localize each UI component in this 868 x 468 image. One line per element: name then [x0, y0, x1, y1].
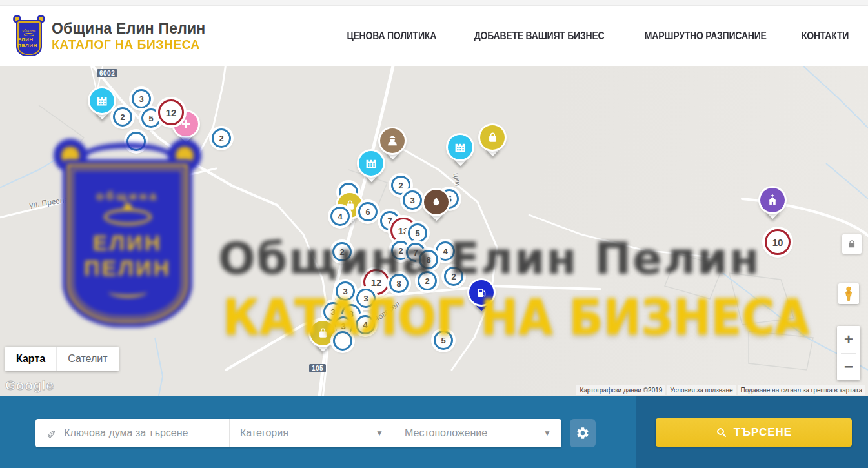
- cluster-marker[interactable]: 4: [436, 241, 455, 261]
- municipality-crest-icon: община ЕЛИН ПЕЛИН: [14, 16, 44, 56]
- factory-pin[interactable]: [359, 151, 383, 180]
- top-strip: [0, 0, 868, 6]
- gear-icon: [576, 426, 590, 440]
- search-icon: [716, 427, 727, 438]
- map-type-satellite-button[interactable]: Сателит: [56, 347, 118, 371]
- factory-pin[interactable]: [90, 88, 114, 117]
- brand-logo[interactable]: община ЕЛИН ПЕЛИН Община Елин Пелин КАТА…: [14, 16, 205, 56]
- flame-pin[interactable]: [424, 190, 449, 219]
- streetview-lock-button[interactable]: [842, 234, 862, 254]
- main-nav: ЦЕНОВА ПОЛИТИКА ДОБАВЕТЕ ВАШИЯТ БИЗНЕС М…: [341, 30, 852, 42]
- bag-pin[interactable]: [480, 125, 505, 154]
- road-shield: 6002: [97, 69, 117, 77]
- keyword-cell: ✎: [35, 419, 229, 447]
- category-select-label: Категория: [240, 427, 288, 439]
- road-shield: 105: [309, 364, 326, 372]
- cluster-marker[interactable]: 2: [444, 267, 463, 286]
- keyword-input[interactable]: [64, 427, 212, 439]
- cluster-marker[interactable]: 10: [765, 229, 791, 255]
- category-select[interactable]: Категория ▼: [229, 419, 394, 447]
- search-button[interactable]: ТЪРСЕНЕ: [656, 418, 852, 447]
- search-input-group: ✎ Категория ▼ Местоположение ▼: [35, 419, 561, 447]
- map-attribution: Картографски данни ©2019 Условия за полз…: [576, 385, 865, 395]
- cluster-marker[interactable]: 2: [212, 128, 231, 148]
- chevron-down-icon: ▼: [376, 429, 383, 438]
- cluster-marker[interactable]: 6: [358, 202, 378, 221]
- crest-ornament: [24, 33, 34, 36]
- cluster-marker[interactable]: 8: [389, 274, 409, 293]
- nav-item-add-business[interactable]: ДОБАВЕТЕ ВАШИЯТ БИЗНЕС: [474, 30, 605, 42]
- cluster-marker[interactable]: 2: [113, 107, 132, 127]
- site-subtitle: КАТАЛОГ НА БИЗНЕСА: [52, 37, 201, 52]
- nav-item-pricing[interactable]: ЦЕНОВА ПОЛИТИКА: [347, 30, 436, 42]
- advanced-settings-button[interactable]: [570, 419, 596, 447]
- search-bar: ✎ Категория ▼ Местоположение ▼ ТЪРСЕНЕ: [0, 396, 868, 468]
- site-title: Община Елин Пелин: [52, 20, 205, 37]
- pegman-icon: [843, 286, 854, 301]
- location-select[interactable]: Местоположение ▼: [394, 419, 561, 447]
- cluster-marker[interactable]: 5: [434, 331, 453, 350]
- chevron-down-icon: ▼: [543, 429, 551, 438]
- zoom-in-button[interactable]: +: [837, 326, 860, 353]
- cluster-marker[interactable]: 3: [403, 190, 422, 210]
- church-pin[interactable]: [760, 188, 785, 217]
- cluster-marker[interactable]: [333, 331, 352, 351]
- search-button-label: ТЪРСЕНЕ: [734, 426, 792, 439]
- cluster-marker[interactable]: 5: [408, 223, 427, 243]
- crest-top-text: община: [22, 28, 35, 32]
- location-select-label: Местоположение: [405, 427, 487, 439]
- map-canvas[interactable]: 3251222356471351022784221283338435 60021…: [0, 66, 868, 396]
- cluster-marker[interactable]: [126, 132, 146, 151]
- pegman-button[interactable]: [838, 283, 859, 304]
- cluster-marker[interactable]: 3: [336, 281, 355, 301]
- attribution-report-link[interactable]: Подаване на сигнал за грешка в картата: [738, 385, 865, 395]
- factory-pin[interactable]: [448, 135, 472, 164]
- nav-item-contacts[interactable]: КОНТАКТИ: [802, 30, 849, 42]
- cluster-marker[interactable]: 2: [332, 242, 352, 261]
- map-type-control: Карта Сателит: [5, 347, 119, 371]
- fuel-pin[interactable]: [469, 280, 494, 309]
- pencil-icon: ✎: [47, 427, 56, 440]
- nav-item-route-schedule[interactable]: МАРШРУТНО РАЗПИСАНИЕ: [645, 30, 767, 42]
- crest-name-text: ЕЛИН ПЕЛИН: [17, 37, 41, 48]
- cluster-marker[interactable]: 8: [419, 250, 438, 269]
- attribution-data: Картографски данни ©2019: [576, 385, 665, 395]
- map-type-map-button[interactable]: Карта: [5, 347, 56, 371]
- google-logo[interactable]: Google: [5, 378, 54, 393]
- lock-icon: [847, 239, 856, 249]
- header: община ЕЛИН ПЕЛИН Община Елин Пелин КАТА…: [0, 6, 868, 66]
- worker-pin[interactable]: [380, 128, 405, 158]
- cluster-marker[interactable]: 3: [132, 89, 151, 108]
- bag-pin[interactable]: [310, 321, 335, 350]
- cluster-marker[interactable]: 4: [356, 315, 375, 334]
- cluster-marker[interactable]: 12: [158, 99, 184, 125]
- cluster-marker[interactable]: 3: [356, 289, 376, 308]
- zoom-out-button[interactable]: −: [837, 354, 860, 381]
- cluster-marker[interactable]: 4: [330, 207, 350, 226]
- zoom-control: + −: [837, 326, 860, 380]
- attribution-terms-link[interactable]: Условия за ползване: [667, 385, 736, 395]
- cluster-marker[interactable]: 2: [418, 271, 437, 290]
